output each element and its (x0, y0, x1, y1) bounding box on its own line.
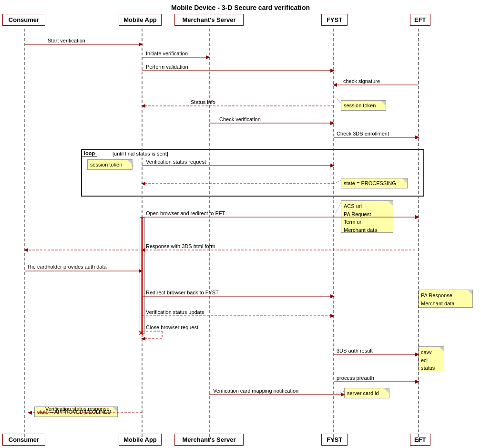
svg-text:3DS auth result: 3DS auth result (337, 348, 373, 354)
svg-marker-12 (330, 69, 335, 73)
svg-text:Close browser request: Close browser request (146, 324, 198, 330)
svg-marker-72 (28, 411, 32, 415)
participant-fyst-bottom: FYST (321, 434, 348, 446)
note-acs-url: ACS urlPA RequestTerm urlMerchant data (341, 200, 393, 233)
svg-text:Status info: Status info (191, 99, 215, 105)
svg-marker-9 (206, 55, 210, 59)
svg-text:Check verification: Check verification (219, 116, 261, 122)
svg-line-37 (334, 203, 341, 217)
svg-marker-42 (24, 248, 28, 252)
svg-text:Perform validation: Perform validation (146, 64, 188, 70)
participant-mobileapp-bottom: Mobile App (119, 434, 162, 446)
svg-text:Check 3DS enrollment: Check 3DS enrollment (337, 131, 389, 136)
svg-text:Redirect browser back to FYST: Redirect browser back to FYST (146, 290, 219, 295)
svg-marker-65 (415, 380, 420, 384)
note-pa-response: PA ResponseMerchant data (418, 290, 473, 308)
svg-marker-19 (141, 104, 145, 108)
svg-marker-52 (330, 314, 335, 318)
svg-text:Initiate verification: Initiate verification (146, 51, 188, 56)
svg-text:process preauth: process preauth (337, 375, 374, 381)
note-session-token-1: session token (341, 100, 386, 111)
participant-eft-bottom: EFT (410, 434, 430, 446)
note-state-processing: state = PROCESSING (341, 178, 408, 188)
svg-text:The cardholder provides auth d: The cardholder provides auth data (27, 264, 107, 270)
svg-marker-15 (333, 83, 337, 87)
participant-consumer-bottom: Consumer (2, 434, 45, 446)
note-state-approved: state = APPROVED|DECLINED (34, 406, 118, 417)
svg-marker-49 (330, 294, 335, 298)
svg-marker-35 (415, 215, 420, 219)
participant-merchant-top: Merchant's Server (174, 14, 244, 26)
participant-mobileapp-top: Mobile App (119, 14, 162, 26)
loop-label: loop (82, 149, 97, 157)
svg-line-17 (334, 95, 341, 103)
svg-marker-25 (415, 135, 420, 139)
svg-text:Verification status update: Verification status update (146, 309, 205, 315)
svg-marker-57 (141, 337, 145, 341)
participant-consumer-top: Consumer (2, 14, 45, 26)
loop-condition: [until final status is sent] (111, 150, 170, 157)
activation-mobileapp (140, 217, 144, 334)
participant-fyst-top: FYST (321, 14, 348, 26)
note-cavv: cavvecistatus (418, 346, 444, 371)
sequence-diagram: Mobile Device - 3-D Secure card verifica… (0, 0, 481, 448)
note-server-card-id: server card id (344, 388, 389, 398)
svg-text:Start verification: Start verification (48, 38, 85, 43)
svg-text:check signature: check signature (343, 78, 380, 84)
note-session-token-2: session token (87, 159, 133, 170)
svg-marker-22 (330, 121, 335, 125)
participant-merchant-bottom: Merchant's Server (174, 434, 244, 446)
participant-eft-top: EFT (410, 14, 430, 26)
svg-line-70 (334, 391, 344, 395)
loop-frame: loop [until final status is sent] (81, 149, 424, 197)
diagram-title: Mobile Device - 3-D Secure card verifica… (0, 4, 481, 11)
arrows-svg: Start verification Initiate verification… (0, 0, 481, 448)
svg-marker-6 (139, 42, 143, 46)
svg-text:Verification card mapping noti: Verification card mapping notification (213, 388, 298, 394)
svg-text:Response with 3DS html form: Response with 3DS html form (146, 243, 215, 249)
svg-text:Open browser and redirect to E: Open browser and redirect to EFT (146, 210, 225, 216)
